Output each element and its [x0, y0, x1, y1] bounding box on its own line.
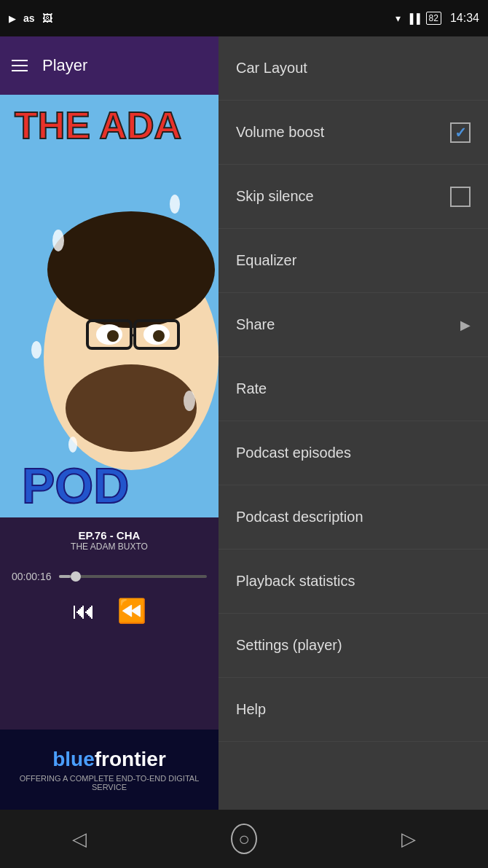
- home-nav-icon: ○: [231, 824, 257, 854]
- svg-point-12: [52, 230, 64, 251]
- volume-boost-checkbox[interactable]: ✓: [450, 122, 471, 143]
- image-status-icon: 🖼: [42, 12, 52, 24]
- player-area: Player THE ADA: [0, 36, 219, 868]
- podcast-art-svg: THE ADA POD: [0, 95, 219, 517]
- play-status-icon: ▶: [9, 13, 16, 24]
- podcast-name: THE ADAM BUXTO: [12, 541, 207, 552]
- status-bar: ▶ as 🖼 ▾ ▐▐ 82 14:34: [0, 0, 488, 36]
- ad-tagline: OFFERING A COMPLETE END-TO-END DIGITAL S…: [6, 774, 213, 791]
- menu-item-podcast-description[interactable]: Podcast description: [219, 485, 488, 550]
- status-bar-right: ▾ ▐▐ 82 14:34: [395, 12, 479, 25]
- skip-to-start-button[interactable]: ⏮: [72, 598, 95, 625]
- signal-icon: ▐▐: [406, 13, 420, 24]
- svg-text:THE ADA: THE ADA: [15, 104, 181, 146]
- menu-item-skip-silence-label: Skip silence: [236, 188, 314, 205]
- ad-banner: bluefrontier OFFERING A COMPLETE END-TO-…: [0, 730, 219, 810]
- svg-point-9: [107, 330, 119, 342]
- svg-point-14: [31, 341, 42, 359]
- back-nav-icon: ◁: [72, 828, 87, 850]
- svg-point-15: [184, 391, 195, 411]
- menu-item-skip-silence[interactable]: Skip silence: [219, 165, 488, 229]
- ad-content: bluefrontier OFFERING A COMPLETE END-TO-…: [0, 730, 219, 810]
- menu-item-podcast-episodes-label: Podcast episodes: [236, 445, 351, 461]
- ad-brand: bluefrontier: [52, 748, 166, 771]
- player-title: Player: [42, 56, 87, 75]
- rewind-button[interactable]: ⏪: [117, 597, 146, 625]
- menu-item-volume-boost-right[interactable]: ✓: [450, 122, 471, 143]
- menu-item-equalizer-label: Equalizer: [236, 252, 296, 269]
- progress-thumb[interactable]: [71, 571, 81, 582]
- progress-bar[interactable]: [59, 575, 208, 578]
- ad-brand-blue: blue: [52, 748, 95, 770]
- menu-item-volume-boost[interactable]: Volume boost ✓: [219, 101, 488, 165]
- volume-boost-checkmark: ✓: [454, 124, 467, 141]
- menu-item-share[interactable]: Share ▶: [219, 293, 488, 357]
- svg-point-13: [170, 195, 180, 214]
- menu-item-help[interactable]: Help: [219, 678, 488, 742]
- menu-item-share-label: Share: [236, 316, 275, 333]
- ad-brand-white: frontier: [95, 748, 166, 770]
- menu-item-settings-player[interactable]: Settings (player): [219, 614, 488, 678]
- elapsed-time: 00:00:16: [12, 571, 52, 582]
- time-display: 14:34: [450, 12, 479, 25]
- menu-item-equalizer[interactable]: Equalizer: [219, 229, 488, 293]
- podcast-artwork: THE ADA POD: [0, 95, 219, 517]
- progress-area[interactable]: 00:00:16: [0, 563, 219, 590]
- playback-controls: ⏮ ⏪: [0, 590, 219, 632]
- hamburger-menu-button[interactable]: [12, 60, 28, 71]
- menu-item-help-label: Help: [236, 701, 266, 718]
- recent-nav-icon: ▷: [401, 828, 416, 850]
- menu-item-skip-silence-right[interactable]: [450, 187, 471, 207]
- app-bar: Player: [0, 36, 219, 95]
- home-nav-button[interactable]: ○: [231, 828, 257, 851]
- svg-text:POD: POD: [22, 458, 129, 513]
- podcast-info: EP.76 - CHA THE ADAM BUXTO: [0, 517, 219, 563]
- svg-point-10: [153, 330, 165, 342]
- status-bar-left: ▶ as 🖼: [9, 12, 52, 24]
- menu-item-podcast-episodes[interactable]: Podcast episodes: [219, 421, 488, 485]
- wifi-icon: ▾: [395, 12, 401, 24]
- bottom-nav: ◁ ○ ▷: [0, 810, 488, 868]
- menu-item-volume-boost-label: Volume boost: [236, 124, 324, 141]
- recent-nav-button[interactable]: ▷: [401, 828, 416, 851]
- svg-point-3: [47, 211, 215, 328]
- menu-item-rate[interactable]: Rate: [219, 357, 488, 421]
- menu-item-podcast-description-label: Podcast description: [236, 509, 363, 525]
- skip-silence-checkbox[interactable]: [450, 187, 471, 207]
- menu-item-settings-player-label: Settings (player): [236, 637, 342, 654]
- menu-item-playback-statistics-label: Playback statistics: [236, 573, 355, 590]
- back-nav-button[interactable]: ◁: [72, 828, 87, 851]
- menu-item-playback-statistics[interactable]: Playback statistics: [219, 550, 488, 614]
- menu-item-car-layout[interactable]: Car Layout: [219, 36, 488, 101]
- progress-fill: [59, 575, 71, 578]
- share-arrow-icon: ▶: [460, 317, 471, 333]
- battery-icon: 82: [426, 12, 441, 25]
- menu-item-share-right: ▶: [460, 317, 471, 333]
- dropdown-menu: Car Layout Volume boost ✓ Skip silence E…: [219, 36, 488, 868]
- menu-item-car-layout-label: Car Layout: [236, 60, 307, 77]
- lastfm-icon: as: [23, 12, 35, 24]
- episode-title: EP.76 - CHA: [12, 529, 207, 541]
- svg-point-11: [66, 364, 197, 452]
- menu-item-rate-label: Rate: [236, 380, 267, 397]
- svg-point-16: [68, 437, 77, 453]
